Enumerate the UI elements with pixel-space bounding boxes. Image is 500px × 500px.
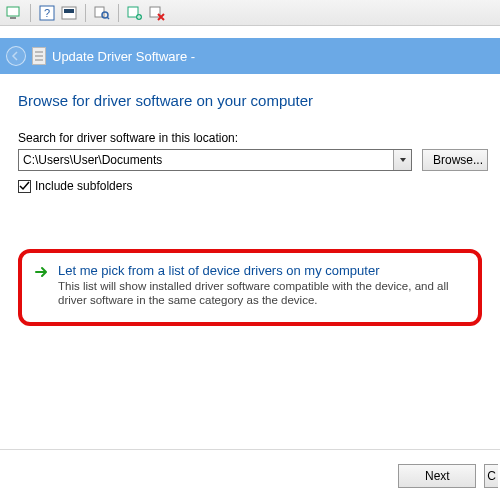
svg-line-8	[107, 17, 109, 19]
arrow-right-icon	[34, 264, 50, 280]
svg-text:?: ?	[44, 7, 50, 19]
wizard-footer: Next C	[398, 464, 500, 488]
window-title-text: Update Driver Software -	[52, 49, 195, 64]
monitor-icon[interactable]	[6, 5, 22, 21]
footer-separator	[0, 449, 500, 450]
svg-rect-5	[64, 9, 74, 13]
browse-button[interactable]: Browse...	[422, 149, 488, 171]
path-combobox[interactable]: C:\Users\User\Documents	[18, 149, 412, 171]
combobox-arrow-icon[interactable]	[393, 150, 411, 170]
path-value: C:\Users\User\Documents	[23, 153, 162, 167]
search-icon[interactable]	[94, 5, 110, 21]
help-icon[interactable]: ?	[39, 5, 55, 21]
pick-from-list-title: Let me pick from a list of device driver…	[58, 263, 466, 278]
include-subfolders-label: Include subfolders	[35, 179, 132, 193]
highlight-box: Let me pick from a list of device driver…	[18, 249, 482, 326]
next-button[interactable]: Next	[398, 464, 476, 488]
device-add-icon[interactable]	[127, 5, 143, 21]
toolbar-separator	[30, 4, 31, 22]
toolbar-separator	[85, 4, 86, 22]
back-button[interactable]	[6, 46, 26, 66]
svg-rect-1	[10, 17, 16, 19]
cancel-button[interactable]: C	[484, 464, 498, 488]
svg-rect-0	[7, 7, 19, 16]
device-manager-toolbar: ?	[0, 0, 500, 26]
search-location-label: Search for driver software in this locat…	[18, 131, 482, 145]
toolbar-separator	[118, 4, 119, 22]
pick-from-list-desc: This list will show installed driver sof…	[58, 279, 466, 308]
device-icon	[32, 47, 46, 65]
page-heading: Browse for driver software on your compu…	[18, 92, 482, 109]
window-titlebar: Update Driver Software -	[0, 38, 500, 74]
device-remove-icon[interactable]	[149, 5, 165, 21]
include-subfolders-checkbox[interactable]	[18, 180, 31, 193]
wizard-content: Browse for driver software on your compu…	[0, 74, 500, 326]
pick-from-list-option[interactable]: Let me pick from a list of device driver…	[34, 263, 466, 308]
terminal-icon[interactable]	[61, 5, 77, 21]
